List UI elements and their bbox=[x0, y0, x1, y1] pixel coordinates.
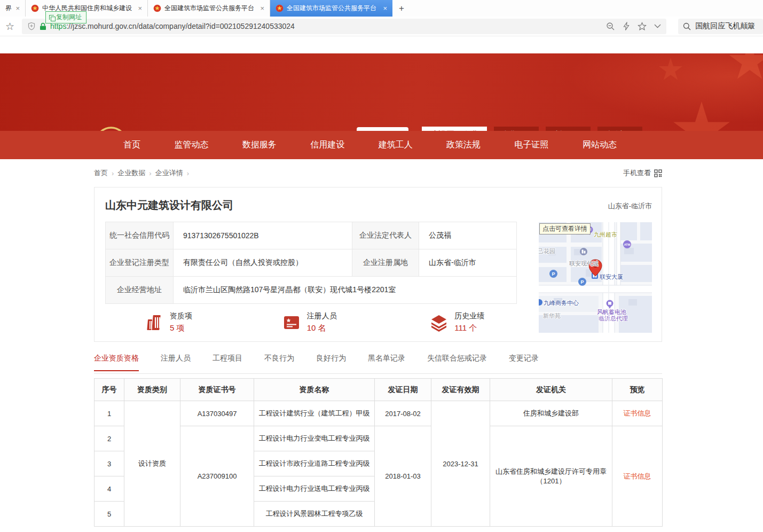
nav-item-data-services[interactable]: 数据服务 bbox=[242, 139, 277, 151]
tab-registered-personnel[interactable]: 注册人员 bbox=[161, 354, 191, 370]
stat-value: 5 项 bbox=[170, 323, 192, 333]
breadcrumb-enterprise-detail[interactable]: 企业详情 bbox=[155, 168, 183, 178]
company-stats: 资质项5 项 注册人员10 名 历史业绩111 个 bbox=[105, 311, 516, 333]
cell-issue-date: 2018-01-03 bbox=[375, 426, 431, 527]
tab-dishonesty-records[interactable]: 失信联合惩戒记录 bbox=[427, 354, 487, 370]
shield-plus-icon[interactable] bbox=[27, 22, 36, 30]
zoom-out-icon[interactable] bbox=[606, 22, 615, 31]
mobile-view[interactable]: 手机查看 bbox=[623, 168, 662, 178]
national-emblem-logo bbox=[95, 127, 127, 131]
cell-serial: 1 bbox=[95, 401, 124, 426]
col-authority: 发证机关 bbox=[490, 379, 612, 401]
tab-title: 全国建筑市场监管公共服务平台 bbox=[164, 4, 257, 13]
nav-item-home[interactable]: 首页 bbox=[123, 139, 140, 151]
map-label-lianan-modern-city: 联安现代城 bbox=[569, 260, 599, 268]
map-label-lianan-building: 联安大厦 bbox=[600, 273, 623, 281]
col-category: 资质类别 bbox=[124, 379, 180, 401]
header-search: 建设工程企业 从业人员 建设项目 诚信记录 搜索 bbox=[422, 127, 661, 131]
copy-icon bbox=[49, 15, 54, 20]
nav-item-supervision-news[interactable]: 监管动态 bbox=[174, 139, 208, 151]
search-tab-practitioners[interactable]: 从业人员 bbox=[494, 127, 539, 131]
parking-icon: P bbox=[549, 270, 557, 278]
cell-cert-no: A237009100 bbox=[180, 426, 254, 527]
browser-tab-partial[interactable]: 界 × bbox=[0, 0, 26, 17]
field-registration-region-label: 企业注册属地 bbox=[352, 249, 419, 277]
building-icon bbox=[145, 314, 163, 332]
copy-url-label: 复制网址 bbox=[56, 13, 82, 22]
browser-tab-bar: 界 × 中华人民共和国住房和城乡建设 × 全国建筑市场监管公共服务平台 × 全国… bbox=[0, 0, 763, 17]
tab-good-behavior[interactable]: 良好行为 bbox=[316, 354, 346, 370]
detail-tabs: 企业资质资格 注册人员 工程项目 不良行为 良好行为 黑名单记录 失信联合惩戒记… bbox=[94, 354, 662, 374]
cell-authority: 山东省住房和城乡建设厅许可专用章（1201） bbox=[490, 426, 612, 527]
company-card: 山东中元建筑设计有限公司 山东省-临沂市 统一社会信用代码 9137130267… bbox=[94, 187, 662, 342]
cert-info-link[interactable]: 证书信息 bbox=[624, 472, 651, 480]
stat-qualifications[interactable]: 资质项5 项 bbox=[105, 311, 232, 333]
map-label-jiuzhou-supermarket: 九州超市 bbox=[594, 231, 617, 239]
tab-enterprise-qualification[interactable]: 企业资质资格 bbox=[94, 354, 139, 371]
stat-registered-personnel[interactable]: 注册人员10 名 bbox=[232, 311, 369, 333]
nav-item-policies[interactable]: 政策法规 bbox=[446, 139, 481, 151]
browser-tab-jzsc-1[interactable]: 全国建筑市场监管公共服务平台 × bbox=[148, 0, 270, 17]
location-map[interactable]: 点击可查看详情 九州超市 ATM 己花园 联安现代城 联安大厦 P P 九峰商务… bbox=[539, 222, 652, 333]
stat-value: 111 个 bbox=[454, 323, 484, 333]
cell-qual-name: 工程设计电力行业送电工程专业丙级 bbox=[254, 476, 375, 502]
tab-blacklist-records[interactable]: 黑名单记录 bbox=[368, 354, 405, 370]
search-tab-projects[interactable]: 建设项目 bbox=[546, 127, 591, 131]
field-credit-code-value: 91371302675501022B bbox=[174, 222, 352, 249]
nav-item-e-certificates[interactable]: 电子证照 bbox=[515, 139, 549, 151]
tab-projects[interactable]: 工程项目 bbox=[213, 354, 242, 370]
search-tab-construction-enterprise[interactable]: 建设工程企业 bbox=[422, 127, 487, 131]
cell-qual-name: 工程设计风景园林工程专项乙级 bbox=[254, 502, 375, 527]
cell-preview: 证书信息 bbox=[612, 401, 663, 426]
cert-info-link[interactable]: 证书信息 bbox=[624, 409, 651, 417]
stat-historical-performance[interactable]: 历史业绩111 个 bbox=[368, 311, 516, 333]
header-qr-card bbox=[357, 127, 408, 131]
browser-tab-mohurd[interactable]: 中华人民共和国住房和城乡建设 × bbox=[26, 0, 148, 17]
address-bar-actions bbox=[606, 22, 661, 31]
close-icon[interactable]: × bbox=[138, 4, 142, 12]
url-field[interactable]: https://jzsc.mohurd.gov.cn/data/company/… bbox=[22, 19, 666, 34]
chevron-down-icon[interactable] bbox=[654, 24, 661, 28]
cell-preview: 证书信息 bbox=[612, 426, 663, 527]
breadcrumb-separator: › bbox=[112, 169, 114, 177]
address-bar: ☆ https://jzsc.mohurd.gov.cn/data/compan… bbox=[0, 17, 763, 36]
tab-title: 全国建筑市场监管公共服务平台 bbox=[287, 4, 380, 13]
nav-item-site-news[interactable]: 网站动态 bbox=[583, 139, 617, 151]
close-icon[interactable]: × bbox=[383, 4, 387, 12]
page-content: 首页 › 企业数据 › 企业详情 › 手机查看 山东中元建筑设计有限公司 山东省… bbox=[94, 159, 662, 527]
field-business-address-value: 临沂市兰山区陶然路107号星河晶都（联安）现代城1号楼2201室 bbox=[174, 277, 517, 304]
search-tab-integrity-records[interactable]: 诚信记录 bbox=[597, 127, 642, 131]
url-text[interactable]: https://jzsc.mohurd.gov.cn/data/company/… bbox=[50, 22, 597, 30]
close-icon[interactable]: × bbox=[15, 4, 20, 12]
stat-label: 历史业绩 bbox=[454, 311, 484, 321]
cell-cert-no: A137030497 bbox=[180, 401, 254, 426]
breadcrumb-enterprise-data[interactable]: 企业数据 bbox=[117, 168, 145, 178]
browser-tab-jzsc-active[interactable]: 全国建筑市场监管公共服务平台 × bbox=[270, 0, 392, 17]
field-business-address-label: 企业经营地址 bbox=[106, 277, 174, 304]
stat-label: 资质项 bbox=[170, 311, 192, 321]
map-label-linyi-agent: 临沂总代理 bbox=[599, 315, 628, 323]
copy-url-tooltip[interactable]: 复制网址 bbox=[45, 11, 86, 24]
map-label-jiufeng-business-center: 九峰商务中心 bbox=[544, 299, 579, 307]
close-icon[interactable]: × bbox=[260, 4, 264, 12]
map-label-garden: 己花园 bbox=[539, 247, 555, 255]
qualification-table: 序号 资质类别 资质证书号 资质名称 发证日期 发证有效期 发证机关 预览 1 … bbox=[94, 378, 663, 527]
tab-bad-behavior[interactable]: 不良行为 bbox=[264, 354, 294, 370]
favorite-star-icon[interactable] bbox=[638, 22, 647, 31]
new-tab-button[interactable]: + bbox=[392, 0, 411, 17]
col-issue-date: 发证日期 bbox=[375, 379, 431, 401]
nav-item-construction-workers[interactable]: 建筑工人 bbox=[379, 139, 413, 151]
company-region: 山东省-临沂市 bbox=[608, 201, 652, 211]
tab-change-records[interactable]: 变更记录 bbox=[509, 354, 539, 370]
nav-item-credit-building[interactable]: 信用建设 bbox=[310, 139, 344, 151]
cell-serial: 3 bbox=[95, 451, 124, 476]
lightning-icon[interactable] bbox=[623, 22, 630, 31]
map-label-atm: ATM bbox=[623, 240, 631, 248]
col-preview: 预览 bbox=[612, 379, 663, 401]
cell-authority: 住房和城乡建设部 bbox=[490, 401, 612, 426]
breadcrumb-home[interactable]: 首页 bbox=[94, 168, 108, 178]
cell-qual-name: 工程设计建筑行业（建筑工程）甲级 bbox=[254, 401, 375, 426]
company-info-table: 统一社会信用代码 91371302675501022B 企业法定代表人 公茂福 … bbox=[105, 222, 517, 304]
bookmark-star-icon[interactable]: ☆ bbox=[5, 20, 14, 33]
quick-search-box[interactable]: 国航回应飞机颠簸 bbox=[678, 19, 763, 34]
